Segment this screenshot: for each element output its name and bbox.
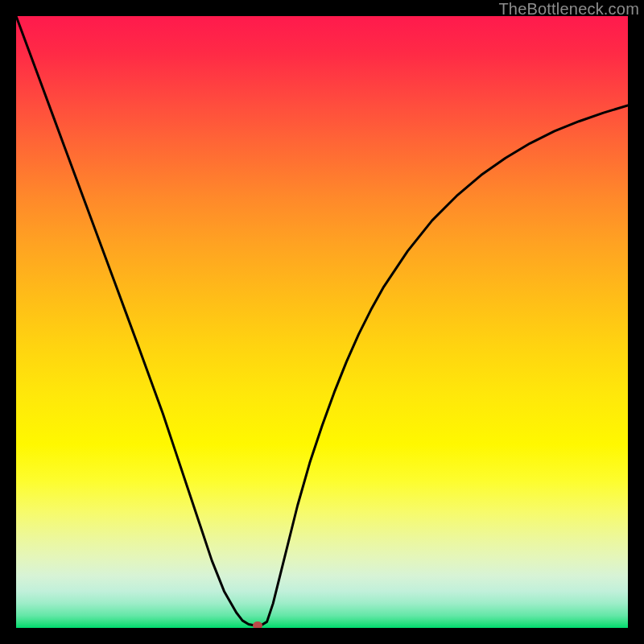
chart-frame: TheBottleneck.com — [0, 0, 644, 644]
plot-area — [16, 16, 628, 628]
optimal-point-marker — [253, 621, 262, 628]
bottleneck-curve — [16, 16, 628, 628]
